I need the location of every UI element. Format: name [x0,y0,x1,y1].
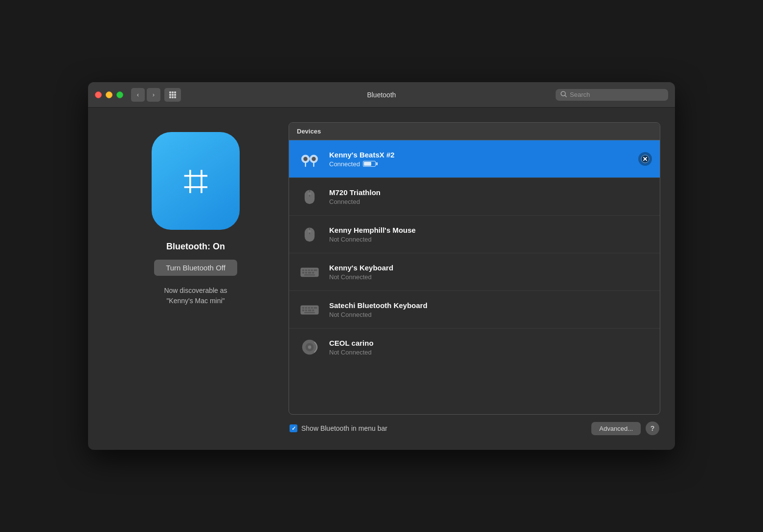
svg-rect-22 [308,193,312,195]
nav-buttons: ‹ › [131,88,181,102]
svg-rect-3 [169,94,171,96]
search-bar[interactable] [556,89,668,101]
device-status-hemphill-mouse: Not Connected [329,236,652,243]
grid-button[interactable] [164,88,181,102]
svg-rect-38 [302,307,304,309]
help-button[interactable]: ? [646,421,659,435]
svg-rect-47 [304,312,315,313]
device-info-satechi-keyboard: Satechi Bluetooth KeyboardNot Connected [329,301,652,318]
svg-rect-8 [174,96,176,98]
discoverable-line2: "Kenny's Mac mini" [166,297,224,305]
svg-rect-43 [302,310,304,311]
battery-indicator-beatsx [363,161,376,167]
svg-point-16 [312,157,315,161]
svg-rect-4 [172,94,174,96]
svg-rect-29 [308,269,310,271]
minimize-button[interactable] [106,91,112,98]
show-in-menu-bar-text: Show Bluetooth in menu bar [301,424,387,432]
device-status-m720: Connected [329,198,652,205]
device-item-satechi-keyboard[interactable]: Satechi Bluetooth KeyboardNot Connected [289,291,660,329]
svg-line-10 [565,95,566,97]
device-status-beatsx: Connected [329,160,638,168]
forward-button[interactable]: › [147,88,160,102]
traffic-lights [95,91,123,98]
svg-rect-45 [308,310,312,311]
turn-off-button[interactable]: Turn Bluetooth Off [154,260,237,276]
device-icon-ceol [297,334,322,360]
bluetooth-icon: ⌗ [183,159,208,203]
device-info-ceol: CEOL carinoNot Connected [329,339,652,356]
svg-rect-44 [305,310,307,311]
devices-scroll-wrapper[interactable]: Kenny's BeatsX #2Connected M720 Triathlo… [289,140,660,365]
device-icon-kennys-keyboard [297,259,322,285]
svg-rect-7 [172,96,174,98]
discoverable-text: Now discoverable as "Kenny's Mac mini" [164,286,227,306]
devices-container: Devices Kenny's BeatsX #2Connected M720 … [289,122,660,415]
window-title: Bluetooth [367,91,396,99]
device-item-beatsx[interactable]: Kenny's BeatsX #2Connected [289,140,660,178]
device-status-text-satechi-keyboard: Not Connected [329,311,372,318]
checkmark-icon: ✓ [292,425,296,432]
show-in-menu-bar-checkbox[interactable]: ✓ [290,424,297,432]
svg-rect-6 [169,96,171,98]
device-icon-satechi-keyboard [297,297,322,322]
bottom-bar: ✓ Show Bluetooth in menu bar Advanced...… [289,421,660,435]
bluetooth-logo-container: ⌗ [152,132,240,230]
device-status-text-m720: Connected [329,198,360,205]
device-status-kennys-keyboard: Not Connected [329,273,652,281]
right-panel: Devices Kenny's BeatsX #2Connected M720 … [289,122,660,435]
device-name-beatsx: Kenny's BeatsX #2 [329,151,638,159]
device-name-ceol: CEOL carino [329,339,652,347]
device-info-m720: M720 TriathlonConnected [329,188,652,205]
battery-body [363,161,376,167]
device-name-hemphill-mouse: Kenny Hemphill's Mouse [329,226,652,234]
main-content: ⌗ Bluetooth: On Turn Bluetooth Off Now d… [88,108,675,450]
maximize-button[interactable] [116,91,123,98]
device-item-ceol[interactable]: CEOL carinoNot Connected [289,329,660,365]
device-item-m720[interactable]: M720 TriathlonConnected [289,178,660,216]
device-icon-beatsx [297,146,322,172]
svg-rect-5 [174,94,176,96]
svg-rect-1 [172,91,174,93]
device-status-text-ceol: Not Connected [329,349,372,356]
svg-rect-27 [302,269,304,271]
bluetooth-status: Bluetooth: On [166,242,225,252]
search-input[interactable] [570,91,663,98]
device-info-hemphill-mouse: Kenny Hemphill's MouseNot Connected [329,226,652,243]
svg-rect-30 [311,269,313,271]
back-button[interactable]: ‹ [131,88,145,102]
disconnect-button-beatsx[interactable] [638,152,652,166]
svg-rect-0 [169,91,171,93]
left-panel: ⌗ Bluetooth: On Turn Bluetooth Off Now d… [103,122,289,435]
device-item-kennys-keyboard[interactable]: Kenny's KeyboardNot Connected [289,253,660,291]
main-window: ‹ › Bluetooth [88,82,675,450]
svg-rect-28 [305,269,307,271]
device-status-text-beatsx: Connected [329,160,360,168]
svg-rect-39 [305,307,307,309]
advanced-button[interactable]: Advanced... [591,422,641,435]
svg-point-50 [308,346,312,349]
device-icon-m720 [297,184,322,209]
device-name-kennys-keyboard: Kenny's Keyboard [329,264,652,272]
device-status-ceol: Not Connected [329,349,652,356]
device-status-text-hemphill-mouse: Not Connected [329,236,372,243]
close-button[interactable] [95,91,102,98]
discoverable-line1: Now discoverable as [164,287,227,294]
svg-rect-42 [314,307,317,309]
svg-rect-31 [314,269,317,271]
show-in-menu-bar-label[interactable]: ✓ Show Bluetooth in menu bar [290,424,387,432]
device-name-satechi-keyboard: Satechi Bluetooth Keyboard [329,301,652,310]
svg-point-15 [303,157,307,161]
svg-rect-36 [304,274,315,276]
device-status-satechi-keyboard: Not Connected [329,311,652,318]
device-info-kennys-keyboard: Kenny's KeyboardNot Connected [329,264,652,281]
battery-fill [364,162,371,166]
svg-rect-33 [305,272,307,273]
devices-header: Devices [289,123,660,140]
device-item-hemphill-mouse[interactable]: Kenny Hemphill's MouseNot Connected [289,216,660,253]
svg-rect-41 [311,307,313,309]
device-status-text-kennys-keyboard: Not Connected [329,273,372,281]
device-icon-hemphill-mouse [297,222,322,247]
device-info-beatsx: Kenny's BeatsX #2Connected [329,151,638,168]
svg-rect-40 [308,307,310,309]
